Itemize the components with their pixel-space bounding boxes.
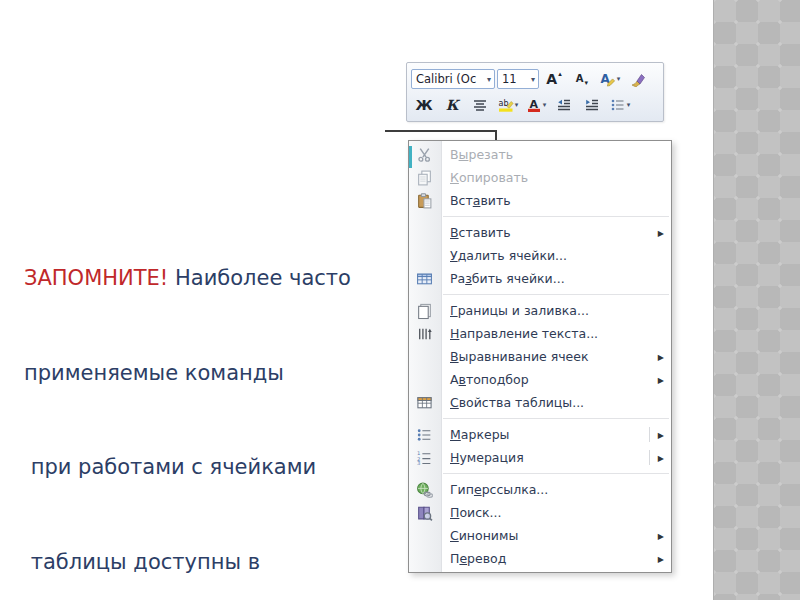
text-direction-icon: [416, 325, 433, 342]
decrease-indent-icon: [556, 97, 572, 113]
menu-item-label: Направление текста...: [450, 326, 598, 341]
center-align-button[interactable]: [467, 94, 493, 116]
increase-indent-icon: [584, 97, 600, 113]
menu-item-table-properties[interactable]: Свойства таблицы...: [409, 391, 671, 414]
copy-icon: [416, 169, 433, 186]
access-key: К: [450, 170, 459, 185]
decrease-indent-button[interactable]: [551, 94, 577, 116]
menu-item-translate[interactable]: Перевод▶: [409, 547, 671, 570]
shrink-font-button[interactable]: A▾: [569, 68, 595, 90]
menu-item-search[interactable]: Поиск...: [409, 501, 671, 524]
split-button-divider: [649, 450, 650, 465]
center-align-icon: [472, 97, 488, 113]
svg-text:3: 3: [417, 460, 420, 466]
text-highlight-button[interactable]: ab▾: [495, 94, 521, 116]
access-key: Н: [450, 326, 459, 341]
note-line: ЗАПОМНИТЕ! Наиболее часто: [24, 263, 400, 295]
submenu-arrow-icon: ▶: [658, 228, 664, 237]
font-name-combo[interactable]: Calibri (Ос ▾: [411, 69, 495, 89]
menu-item-cell-alignment[interactable]: Выравнивание ячеек▶: [409, 345, 671, 368]
menu-item-hyperlink[interactable]: Гиперссылка...: [409, 478, 671, 501]
decorative-diamond-sidebar: [713, 0, 800, 600]
menu-item-copy[interactable]: Копировать: [409, 166, 671, 189]
bold-button[interactable]: Ж: [411, 94, 437, 116]
access-key: П: [450, 505, 459, 520]
access-key: В: [450, 349, 459, 364]
menu-item-text-direction[interactable]: Направление текста...: [409, 322, 671, 345]
menu-item-label: Маркеры: [450, 427, 509, 442]
menu-item-synonyms[interactable]: Синонимы▶: [409, 524, 671, 547]
access-key: Н: [450, 450, 459, 465]
grow-font-button[interactable]: A▴: [541, 68, 567, 90]
format-painter-icon: [630, 71, 646, 87]
caret-down-icon: ▾: [585, 80, 589, 87]
access-key: в: [459, 372, 466, 387]
chevron-down-icon: ▾: [515, 101, 519, 109]
mini-toolbar: Calibri (Ос ▾ 11 ▾ A▴A▾A▾ ЖКab▾A▾▾: [406, 62, 664, 122]
menu-item-borders-shading[interactable]: Границы и заливка...: [409, 299, 671, 322]
menu-item-label: Синонимы: [450, 528, 518, 543]
chevron-down-icon: ▾: [617, 75, 621, 83]
paste-icon: [416, 192, 433, 209]
menu-item-bullets[interactable]: Маркеры▶: [409, 423, 671, 446]
submenu-arrow-icon: ▶: [658, 453, 664, 462]
grow-font-glyph: A: [546, 72, 557, 86]
bullets-list-button[interactable]: ▾: [607, 94, 633, 116]
menu-separator: [443, 418, 669, 419]
toolbar-row-1: Calibri (Ос ▾ 11 ▾ A▴A▾A▾: [411, 66, 659, 92]
menu-item-label: Нумерация: [450, 450, 524, 465]
bullets-icon: [610, 97, 626, 113]
split-cells-icon: [416, 270, 433, 287]
menu-item-delete-cells[interactable]: Удалить ячейки...: [409, 244, 671, 267]
menu-item-paste[interactable]: Вставить: [409, 189, 671, 212]
context-menu-list: ВырезатьКопироватьВставитьВставить▶Удали…: [409, 143, 671, 570]
access-key: е: [459, 551, 467, 566]
note-line: таблицы доступны в: [24, 547, 400, 579]
bold-glyph: Ж: [415, 97, 432, 113]
menu-item-label: Границы и заливка...: [450, 303, 589, 318]
note-line: при работами с ячейками: [24, 452, 400, 484]
svg-text:A: A: [529, 98, 538, 111]
numbering-icon: 123: [416, 449, 433, 466]
access-key: С: [450, 395, 459, 410]
context-menu: ВырезатьКопироватьВставитьВставить▶Удали…: [408, 140, 672, 573]
highlight-icon: ab: [498, 97, 514, 113]
menu-separator: [443, 473, 669, 474]
italic-glyph: К: [446, 97, 459, 113]
access-key: з: [465, 271, 472, 286]
menu-item-label: Поиск...: [450, 505, 502, 520]
chevron-down-icon: ▾: [487, 75, 491, 84]
format-painter-button[interactable]: [625, 68, 651, 90]
increase-indent-button[interactable]: [579, 94, 605, 116]
menu-item-numbering[interactable]: 123Нумерация▶: [409, 446, 671, 469]
chevron-down-icon: ▾: [531, 75, 535, 84]
menu-item-insert[interactable]: Вставить▶: [409, 221, 671, 244]
cut-icon: [416, 146, 433, 163]
font-color-button[interactable]: A▾: [523, 94, 549, 116]
submenu-arrow-icon: ▶: [658, 554, 664, 563]
note-text: ЗАПОМНИТЕ! Наиболее часто применяемые ко…: [24, 200, 400, 600]
chevron-down-icon: ▾: [543, 101, 547, 109]
menu-item-split-cells[interactable]: Разбить ячейки...: [409, 267, 671, 290]
note-line: применяемые команды: [24, 358, 400, 390]
submenu-arrow-icon: ▶: [658, 430, 664, 439]
note-highlight: ЗАПОМНИТЕ!: [24, 266, 168, 290]
menu-item-label: Автоподбор: [450, 372, 529, 387]
slide: ЗАПОМНИТЕ! Наиболее часто применяемые ко…: [0, 0, 800, 600]
menu-separator: [443, 216, 669, 217]
menu-item-label: Выравнивание ячеек: [450, 349, 589, 364]
callout-line-horizontal: [385, 130, 497, 132]
italic-button[interactable]: К: [439, 94, 465, 116]
access-key: У: [450, 248, 458, 263]
font-size-combo[interactable]: 11 ▾: [497, 69, 539, 89]
access-key: Г: [450, 303, 458, 318]
submenu-arrow-icon: ▶: [658, 375, 664, 384]
menu-item-label: Удалить ячейки...: [450, 248, 567, 263]
menu-item-autofit[interactable]: Автоподбор▶: [409, 368, 671, 391]
submenu-arrow-icon: ▶: [658, 352, 664, 361]
menu-item-label: Вставить: [450, 193, 511, 208]
note-line-rest: Наиболее часто: [168, 266, 351, 290]
quick-styles-button[interactable]: A▾: [597, 68, 623, 90]
menu-item-cut[interactable]: Вырезать: [409, 143, 671, 166]
access-key: ы: [459, 147, 469, 162]
